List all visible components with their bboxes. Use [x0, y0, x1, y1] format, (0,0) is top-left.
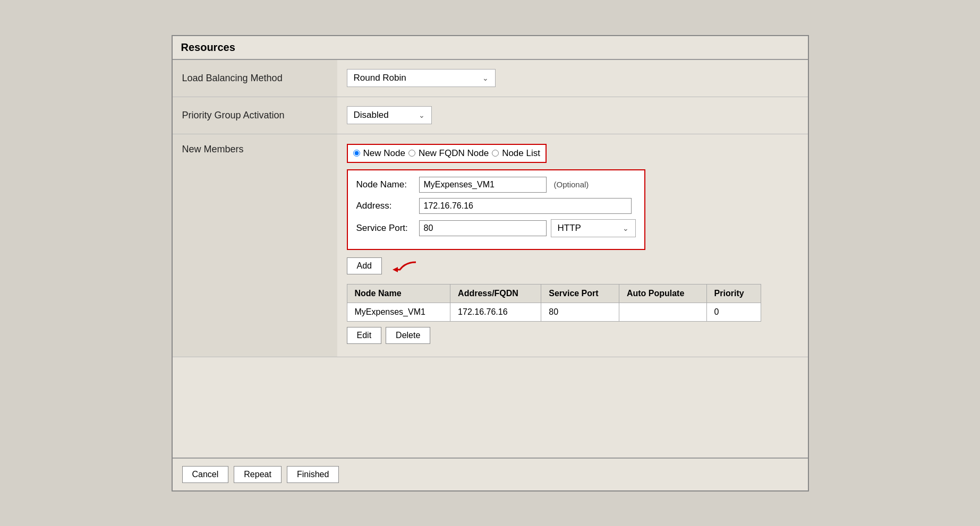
new-fqdn-label: New FQDN Node [419, 148, 489, 159]
chevron-down-icon: ⌄ [472, 74, 489, 82]
service-port-dropdown-value: HTTP [558, 223, 581, 234]
load-balancing-label: Load Balancing Method [173, 60, 337, 97]
new-members-control: New Node New FQDN Node Node List Node Na… [337, 134, 808, 351]
footer: Cancel Repeat Finished [173, 458, 808, 490]
optional-label: (Optional) [554, 180, 589, 189]
priority-group-value: Disabled [354, 110, 389, 120]
cell-service-port: 80 [541, 303, 619, 321]
cell-node-name: MyExpenses_VM1 [347, 303, 450, 321]
page-title: Resources [173, 36, 808, 60]
add-area: Add [347, 257, 798, 274]
form-body: Load Balancing Method Round Robin ⌄ Prio… [173, 60, 808, 458]
service-port-input[interactable] [419, 220, 547, 236]
col-service-port: Service Port [541, 284, 619, 303]
priority-group-label: Priority Group Activation [173, 97, 337, 134]
resources-window: Resources Load Balancing Method Round Ro… [172, 35, 809, 491]
priority-group-control: Disabled ⌄ [337, 99, 808, 132]
port-group: HTTP ⌄ [419, 219, 636, 237]
node-name-label: Node Name: [356, 179, 415, 190]
load-balancing-dropdown[interactable]: Round Robin ⌄ [347, 69, 496, 87]
col-address: Address/FQDN [450, 284, 541, 303]
address-label: Address: [356, 201, 415, 211]
table-actions: Edit Delete [347, 327, 798, 344]
chevron-down-icon: ⌄ [408, 111, 425, 119]
address-row: Address: [356, 198, 636, 214]
priority-group-dropdown[interactable]: Disabled ⌄ [347, 106, 432, 124]
priority-group-row: Priority Group Activation Disabled ⌄ [173, 97, 808, 134]
add-button[interactable]: Add [347, 257, 382, 274]
repeat-button[interactable]: Repeat [234, 466, 282, 483]
new-node-label: New Node [363, 148, 405, 159]
load-balancing-control: Round Robin ⌄ [337, 62, 808, 94]
cell-priority: 0 [706, 303, 761, 321]
members-table: Node Name Address/FQDN Service Port Auto… [347, 284, 761, 322]
edit-button[interactable]: Edit [347, 327, 382, 344]
load-balancing-row: Load Balancing Method Round Robin ⌄ [173, 60, 808, 97]
svg-marker-0 [393, 267, 398, 272]
service-port-row: Service Port: HTTP ⌄ [356, 219, 636, 237]
radio-group: New Node New FQDN Node Node List [353, 148, 540, 159]
cell-auto-populate [619, 303, 706, 321]
new-fqdn-radio[interactable] [408, 150, 415, 157]
service-port-dropdown[interactable]: HTTP ⌄ [551, 219, 636, 237]
cancel-button[interactable]: Cancel [182, 466, 229, 483]
load-balancing-value: Round Robin [354, 73, 406, 83]
finished-button[interactable]: Finished [287, 466, 339, 483]
service-port-label: Service Port: [356, 223, 415, 234]
col-auto-populate: Auto Populate [619, 284, 706, 303]
node-name-input[interactable] [419, 177, 547, 193]
address-input[interactable] [419, 198, 632, 214]
new-members-label: New Members [173, 134, 337, 357]
col-node-name: Node Name [347, 284, 450, 303]
delete-button[interactable]: Delete [386, 327, 430, 344]
node-name-row: Node Name: (Optional) [356, 177, 636, 193]
add-arrow-icon [389, 258, 421, 274]
node-fields-box: Node Name: (Optional) Address: Service P… [347, 169, 645, 250]
node-list-radio[interactable] [492, 150, 499, 157]
node-list-label: Node List [502, 148, 540, 159]
new-node-radio[interactable] [353, 150, 360, 157]
table-row: MyExpenses_VM1 172.16.76.16 80 0 [347, 303, 761, 321]
table-header-row: Node Name Address/FQDN Service Port Auto… [347, 284, 761, 303]
col-priority: Priority [706, 284, 761, 303]
cell-address: 172.16.76.16 [450, 303, 541, 321]
chevron-down-icon: ⌄ [612, 224, 629, 232]
new-members-row: New Members New Node New FQDN Node Node … [173, 134, 808, 357]
radio-highlight-box: New Node New FQDN Node Node List [347, 144, 547, 163]
